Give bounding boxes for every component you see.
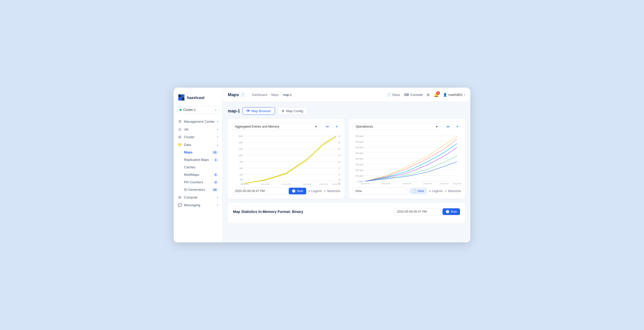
chart2-add-button[interactable]: + [454, 123, 461, 130]
svg-text:38.15 B: 38.15 B [338, 178, 340, 181]
svg-text:66.76 B: 66.76 B [338, 161, 340, 163]
map-name-title: map-1 [228, 109, 240, 113]
sidebar-item-messaging[interactable]: 💬 Messaging ▾ [174, 201, 222, 209]
chart1-area: 1600 1400 1200 1000 800 600 400 200 0 1 [232, 133, 340, 185]
chart2-edit-button[interactable]: ✏ [445, 123, 452, 130]
chart1-datetime-input[interactable] [232, 187, 287, 195]
sidebar-item-pn-counters[interactable]: PN Counters 3 [174, 178, 222, 186]
chart2-now-button[interactable]: 🕐 Now [409, 188, 427, 194]
chart2-select[interactable]: Operations/s ▾ [353, 123, 440, 130]
notifications-button[interactable]: 🔔 2 [434, 92, 439, 97]
chevron-down-icon: ▾ [217, 204, 218, 207]
breadcrumb-dashboard[interactable]: Dashboard [252, 93, 267, 97]
messaging-icon: 💬 [178, 203, 182, 207]
user-menu-button[interactable]: 👤 marfo801 ▾ [443, 93, 465, 97]
chevron-down-icon: ▾ [315, 125, 317, 128]
svg-text:95.37 B: 95.37 B [338, 141, 340, 144]
user-icon: 👤 [443, 93, 447, 97]
svg-text:104.90 B: 104.90 B [338, 135, 340, 137]
chart-operations: Operations/s ▾ ✏ + [349, 119, 465, 199]
docs-button[interactable]: 📄 Docs [387, 93, 400, 97]
svg-text:600: 600 [240, 167, 243, 170]
chevron-down-icon: ▾ [436, 125, 438, 128]
svg-text:6:44:24 PM: 6:44:24 PM [403, 182, 411, 185]
maximize-icon: ⤢ [444, 189, 447, 193]
view-toggle-button[interactable]: ⊞ [427, 93, 430, 97]
app-window: hazelcast Cluster-1 ▾ ⚙ Management Cente… [174, 88, 470, 242]
chart2-datetime-input[interactable] [353, 187, 407, 195]
chart1-edit-button[interactable]: ✏ [324, 123, 331, 130]
cluster-selector[interactable]: Cluster-1 ▾ [177, 106, 219, 113]
svg-text:500 ops/s: 500 ops/s [356, 152, 364, 154]
chevron-up-icon: ▴ [217, 143, 218, 146]
chart1-maximize-button[interactable]: ⤢ Maximize [324, 189, 340, 193]
svg-text:1000: 1000 [239, 154, 243, 157]
logo-text: hazelcast [187, 95, 205, 100]
clock-icon: 🕐 [292, 189, 296, 193]
tab-map-browser[interactable]: 🗺 Map Browser [243, 107, 275, 115]
chart1-select[interactable]: Aggregated Entries and Memory ▾ [232, 123, 320, 130]
console-button[interactable]: ⌨ Console [404, 93, 423, 97]
chart2-maximize-button[interactable]: ⤢ Maximize [444, 189, 461, 193]
sidebar-item-id-generators[interactable]: ID Generators 24 [174, 186, 222, 193]
stats-now-button[interactable]: 🕐 Now [442, 208, 460, 215]
stats-datetime-input[interactable] [394, 208, 440, 215]
svg-text:1400: 1400 [239, 141, 243, 144]
svg-text:6:42:24 PM: 6:42:24 PM [240, 183, 249, 185]
compute-icon: ⊞ [178, 195, 182, 199]
svg-rect-2 [178, 97, 181, 101]
breadcrumb: Dashboard › Maps › map-1 [247, 93, 292, 97]
svg-text:100 ops/s: 100 ops/s [356, 175, 364, 177]
chevron-down-icon: ▾ [217, 120, 218, 123]
sidebar-item-data[interactable]: 📁 Data ▴ [174, 141, 222, 148]
chart2-legend-button[interactable]: ≡ Legend [429, 189, 442, 193]
sidebar-item-management-center[interactable]: ⚙ Management Center ▾ [174, 118, 222, 125]
svg-rect-3 [181, 97, 184, 101]
chart2-area: 800 ops/s 700 ops/s 600 ops/s 500 ops/s … [353, 133, 461, 185]
svg-text:6:43:24 PM: 6:43:24 PM [382, 182, 390, 185]
cluster-chevron-icon: ▾ [215, 109, 216, 111]
svg-text:400: 400 [240, 174, 243, 176]
svg-text:400 ops/s: 400 ops/s [356, 158, 364, 160]
chart1-add-button[interactable]: + [333, 123, 340, 130]
sidebar-item-cluster[interactable]: ⊞ Cluster ▾ [174, 133, 222, 141]
main-area: Maps 📄 Dashboard › Maps › map-1 📄 Docs [223, 88, 470, 242]
tab-map-config[interactable]: ⚙ Map Config [278, 107, 307, 115]
charts-row: Aggregated Entries and Memory ▾ ✏ + [228, 119, 465, 199]
svg-text:800: 800 [240, 161, 243, 163]
svg-text:6:45:24 PM: 6:45:24 PM [423, 182, 432, 185]
chart1-now-button[interactable]: 🕐 Now [289, 188, 306, 194]
chevron-down-icon: ▾ [217, 128, 218, 131]
svg-text:6:45:24 PM: 6:45:24 PM [303, 183, 311, 185]
svg-text:600 ops/s: 600 ops/s [356, 146, 364, 149]
svg-text:85.83 B: 85.83 B [338, 148, 340, 150]
cluster-status-dot [180, 109, 182, 111]
map-browser-icon: 🗺 [246, 109, 250, 113]
breadcrumb-maps[interactable]: Maps [271, 93, 279, 97]
sidebar-item-multimaps[interactable]: MultiMaps 5 [174, 171, 222, 178]
sidebar-item-compute[interactable]: ⊞ Compute ▾ [174, 193, 222, 201]
chart-aggregated-entries: Aggregated Entries and Memory ▾ ✏ + [228, 119, 344, 199]
maps-icon: 📄 [240, 93, 245, 97]
sidebar-item-caches[interactable]: Caches [174, 163, 222, 171]
sidebar-item-maps[interactable]: Maps 10 [174, 148, 222, 156]
sidebar-item-replicated-maps[interactable]: Replicated Maps 1 [174, 156, 222, 163]
svg-text:1200: 1200 [239, 148, 243, 150]
data-icon: 📁 [178, 143, 182, 147]
page-content: map-1 🗺 Map Browser ⚙ Map Config [223, 102, 470, 229]
svg-text:47.68 B: 47.68 B [338, 174, 340, 176]
svg-text:800 ops/s: 800 ops/s [356, 135, 364, 137]
chevron-down-icon: ▾ [217, 196, 218, 199]
grid-icon: ⊞ [427, 93, 430, 97]
jet-icon: ◎ [178, 127, 182, 131]
chart1-legend-button[interactable]: ≡ Legend [308, 189, 321, 193]
sidebar-item-jet[interactable]: ◎ Jet ▾ [174, 125, 222, 133]
svg-text:200 ops/s: 200 ops/s [356, 169, 364, 171]
svg-text:700 ops/s: 700 ops/s [356, 141, 364, 143]
page-title: Maps 📄 [228, 92, 245, 97]
console-icon: ⌨ [404, 93, 409, 97]
legend-icon: ≡ [308, 189, 310, 193]
maximize-icon: ⤢ [324, 189, 326, 193]
svg-text:6:43:24 PM: 6:43:24 PM [261, 183, 270, 185]
clock-icon: 🕐 [413, 189, 416, 193]
